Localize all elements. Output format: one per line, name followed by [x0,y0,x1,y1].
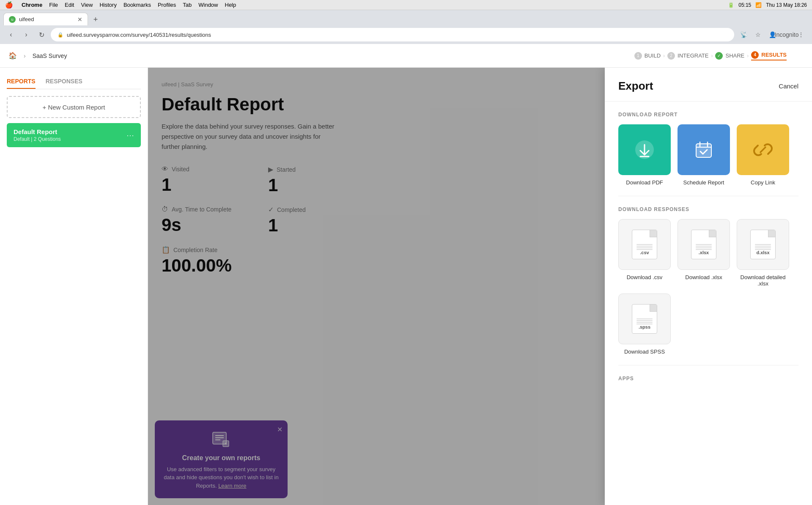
app-header: 🏠 › SaaS Survey 1 BUILD › 2 INTEGRATE › … [0,44,812,68]
extensions-icon[interactable]: ⋮ [795,29,807,41]
incognito-label: Incognito [781,29,793,41]
app-body: REPORTS RESPONSES + New Custom Report De… [0,68,812,505]
apple-logo: 🍎 [5,1,13,9]
spss-card: .spss [618,294,671,344]
export-option-schedule-report[interactable]: Schedule Report [678,124,730,186]
sidebar: REPORTS RESPONSES + New Custom Report De… [0,68,148,505]
breadcrumb-survey-name: SaaS Survey [33,52,67,59]
copy-link-card [737,124,789,175]
export-apps-title: APPS [618,376,798,381]
bookmark-icon[interactable]: ☆ [752,29,764,41]
report-item-info: Default Report Default | 2 Questions [14,128,61,142]
tab-responses[interactable]: RESPONSES [46,74,82,89]
clock: 05:15 [738,2,751,8]
step-results[interactable]: 4 RESULTS [751,51,787,60]
export-response-options-row-2: .spss Download SPSS [618,294,798,355]
window-menu[interactable]: Window [198,2,218,8]
nav-steps: 1 BUILD › 2 INTEGRATE › ✓ SHARE › 4 RESU… [634,51,787,60]
export-options-row: Download PDF [618,124,798,186]
step-results-label: RESULTS [761,52,787,58]
app-name-menu[interactable]: Chrome [22,2,42,8]
step-share-label: SHARE [725,52,744,59]
tab-favicon: u [9,16,16,23]
profiles-menu[interactable]: Profiles [158,2,176,8]
tab-close-button[interactable]: ✕ [77,16,82,23]
wifi-icon: 📶 [755,2,762,8]
new-custom-report-button[interactable]: + New Custom Report [7,96,141,118]
export-download-report-section: DOWNLOAD REPORT [605,102,812,196]
sidebar-tabs: REPORTS RESPONSES [7,74,141,89]
browser-chrome: u uifeed ✕ + ‹ › ↻ 🔒 uifeed.surveysparro… [0,10,812,44]
spss-file-icon: .spss [632,304,657,334]
xlsx-label: Download .xlsx [685,274,722,280]
step-integrate-label: INTEGRATE [678,52,708,59]
mac-menubar: 🍎 Chrome File Edit View History Bookmark… [0,0,812,10]
tab-title: uifeed [19,16,74,22]
export-option-download-pdf[interactable]: Download PDF [618,124,671,186]
export-download-responses-section: DOWNLOAD RESPONSES [605,196,812,365]
download-pdf-card [618,124,671,175]
detailed-xlsx-label: Download detailed .xlsx [737,274,789,287]
app-container: 🏠 › SaaS Survey 1 BUILD › 2 INTEGRATE › … [0,44,812,505]
svg-rect-9 [696,144,711,157]
step-integrate-num: 2 [667,52,675,60]
step-build[interactable]: 1 BUILD [634,52,661,60]
browser-actions: 📡 ☆ 👤 Incognito ⋮ [738,29,807,41]
export-cancel-button[interactable]: Cancel [779,82,798,90]
forward-button[interactable]: › [20,29,32,41]
step-share-num: ✓ [715,52,723,60]
address-bar[interactable]: 🔒 uifeed.surveysparrow.com/survey/140531… [51,28,734,41]
new-tab-button[interactable]: + [90,14,102,25]
main-content: uifeed | SaaS Survey Default Report Expl… [148,68,812,505]
report-item-menu-icon[interactable]: ⋯ [126,131,134,140]
export-option-xlsx[interactable]: .xlsx Download .xlsx [678,219,730,287]
report-item-default[interactable]: Default Report Default | 2 Questions ⋯ [7,123,141,147]
csv-label: Download .csv [627,274,663,280]
lock-icon: 🔒 [58,32,63,38]
export-option-detailed-xlsx[interactable]: d.xlsx Download detailed .xlsx [737,219,789,287]
step-share[interactable]: ✓ SHARE [715,52,744,60]
schedule-report-card [678,124,730,175]
detailed-xlsx-file-icon: d.xlsx [750,230,776,259]
file-menu[interactable]: File [49,2,58,8]
step-results-num: 4 [751,51,759,59]
report-item-name: Default Report [14,128,61,135]
tab-menu[interactable]: Tab [183,2,192,8]
datetime: Thu 13 May 18:26 [766,2,807,8]
export-title: Export [618,80,653,93]
export-response-options-row: .csv Download .csv [618,219,798,287]
history-menu[interactable]: History [99,2,116,8]
xlsx-file-icon: .xlsx [691,230,716,259]
export-option-copy-link[interactable]: Copy Link [737,124,789,186]
svg-line-13 [760,147,765,152]
step-arrow-1: › [663,53,665,59]
schedule-report-label: Schedule Report [683,179,724,186]
tab-bar: u uifeed ✕ + [0,10,812,25]
export-panel: Export Cancel DOWNLOAD REPORT [605,68,812,505]
help-menu[interactable]: Help [225,2,236,8]
address-bar-row: ‹ › ↻ 🔒 uifeed.surveysparrow.com/survey/… [0,25,812,44]
spss-label: Download SPSS [624,349,665,355]
view-menu[interactable]: View [81,2,93,8]
export-option-csv[interactable]: .csv Download .csv [618,219,671,287]
export-option-spss[interactable]: .spss Download SPSS [618,294,671,355]
menubar-right-icons: 🔋 05:15 📶 Thu 13 May 18:26 [728,2,807,8]
breadcrumb-sep: › [24,52,26,59]
step-build-num: 1 [634,52,642,60]
browser-tab[interactable]: u uifeed ✕ [3,13,88,25]
bookmarks-menu[interactable]: Bookmarks [123,2,151,8]
refresh-button[interactable]: ↻ [36,29,47,41]
detailed-xlsx-card: d.xlsx [737,219,789,270]
step-integrate[interactable]: 2 INTEGRATE [667,52,708,60]
report-item-meta: Default | 2 Questions [14,136,61,142]
csv-file-icon: .csv [632,230,657,259]
edit-menu[interactable]: Edit [65,2,74,8]
home-icon[interactable]: 🏠 [8,52,17,60]
step-arrow-3: › [747,53,749,59]
tab-reports[interactable]: REPORTS [7,74,36,89]
xlsx-card: .xlsx [678,219,730,270]
cast-icon[interactable]: 📡 [738,29,749,41]
back-button[interactable]: ‹ [5,29,17,41]
export-download-responses-title: DOWNLOAD RESPONSES [618,206,798,212]
csv-card: .csv [618,219,671,270]
